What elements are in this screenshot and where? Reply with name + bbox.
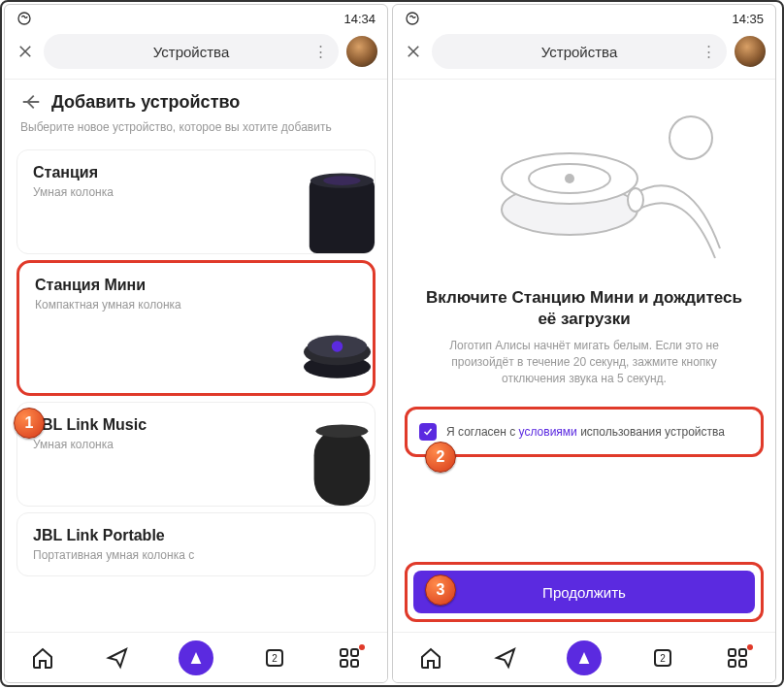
svg-rect-27 <box>729 660 735 667</box>
header-title: Устройства <box>541 44 617 60</box>
svg-point-0 <box>18 13 30 24</box>
bottom-nav: 2 <box>393 632 775 682</box>
device-card-jbl-portable[interactable]: JBL Link Portable Портативная умная коло… <box>16 512 376 576</box>
device-card-station-mini[interactable]: Станция Мини Компактная умная колонка <box>16 260 376 396</box>
page-subheader: Добавить устройство <box>5 80 387 120</box>
app-header: Устройства ⋮ <box>393 28 775 80</box>
step-badge-2: 2 <box>425 442 456 473</box>
device-thumb <box>281 412 375 506</box>
instruction-body: Логотип Алисы начнёт мигать белым. Если … <box>393 338 775 400</box>
svg-point-21 <box>565 174 574 183</box>
step-badge-3: 3 <box>425 574 456 606</box>
home-icon[interactable] <box>29 644 56 672</box>
send-icon[interactable] <box>492 644 519 672</box>
home-icon[interactable] <box>417 644 444 672</box>
svg-rect-28 <box>739 660 746 667</box>
device-title: Станция Мини <box>35 277 357 294</box>
device-card-jbl-music[interactable]: JBL Link Music Умная колонка <box>16 402 376 507</box>
cta-highlight: Продолжить <box>405 562 764 622</box>
whatsapp-icon <box>16 11 32 26</box>
kebab-icon[interactable]: ⋮ <box>313 43 327 60</box>
status-time: 14:34 <box>343 12 376 26</box>
close-icon[interactable] <box>403 41 424 62</box>
device-list: Станция Умная колонка Станция Мини Компа… <box>5 144 387 632</box>
avatar[interactable] <box>346 36 377 67</box>
svg-point-3 <box>323 176 360 185</box>
app-header: Устройства ⋮ <box>5 28 387 80</box>
status-time: 14:35 <box>732 12 764 26</box>
svg-rect-25 <box>729 649 735 656</box>
setup-illustration <box>393 80 775 278</box>
page-hint: Выберите новое устройство, которое вы хо… <box>5 120 387 144</box>
svg-rect-1 <box>310 179 375 253</box>
send-icon[interactable] <box>104 644 131 672</box>
device-title: JBL Link Portable <box>33 527 359 544</box>
notification-dot <box>359 644 365 650</box>
device-thumb <box>279 300 373 393</box>
header-title: Устройства <box>153 44 229 60</box>
device-desc: Портативная умная колонка с <box>33 548 359 562</box>
continue-button[interactable]: Продолжить <box>413 571 755 613</box>
page-title: Добавить устройство <box>51 92 240 113</box>
tabs-icon[interactable]: 2 <box>649 644 676 672</box>
kebab-icon[interactable]: ⋮ <box>702 43 715 60</box>
notification-dot <box>747 644 753 650</box>
status-bar: 14:34 <box>5 5 387 28</box>
device-thumb <box>281 160 375 253</box>
svg-point-9 <box>316 424 369 437</box>
services-icon[interactable] <box>724 644 751 672</box>
close-icon[interactable] <box>15 41 36 62</box>
header-title-pill[interactable]: Устройства ⋮ <box>44 34 339 69</box>
svg-rect-12 <box>341 649 347 656</box>
instruction-title: Включите Станцию Мини и дождитесь её заг… <box>393 278 775 338</box>
back-arrow-icon[interactable] <box>20 91 42 113</box>
svg-rect-14 <box>341 660 347 667</box>
alice-icon[interactable] <box>179 640 213 675</box>
svg-text:2: 2 <box>272 653 278 664</box>
svg-point-16 <box>407 13 418 24</box>
svg-rect-13 <box>351 649 358 656</box>
services-icon[interactable] <box>336 644 363 672</box>
whatsapp-icon <box>405 11 420 26</box>
bottom-nav: 2 <box>5 632 387 682</box>
svg-rect-26 <box>739 649 746 656</box>
device-card-station[interactable]: Станция Умная колонка <box>16 149 376 254</box>
svg-text:2: 2 <box>660 653 666 664</box>
header-title-pill[interactable]: Устройства ⋮ <box>432 34 727 69</box>
checkbox-checked-icon[interactable] <box>419 423 437 441</box>
consent-row[interactable]: Я согласен с условиями использования уст… <box>405 407 764 457</box>
svg-point-7 <box>332 341 343 352</box>
svg-point-22 <box>628 188 643 212</box>
svg-rect-8 <box>314 429 371 506</box>
terms-link[interactable]: условиями <box>519 425 577 439</box>
status-bar: 14:35 <box>393 5 775 28</box>
alice-icon[interactable] <box>567 640 602 675</box>
step-badge-1: 1 <box>14 408 45 439</box>
avatar[interactable] <box>735 36 766 67</box>
consent-text: Я согласен с условиями использования уст… <box>446 425 725 439</box>
svg-rect-15 <box>351 660 358 667</box>
tabs-icon[interactable]: 2 <box>261 644 288 672</box>
phone-left: 14:34 Устройства ⋮ Добавить устройство В… <box>4 4 388 683</box>
svg-point-17 <box>670 116 712 159</box>
